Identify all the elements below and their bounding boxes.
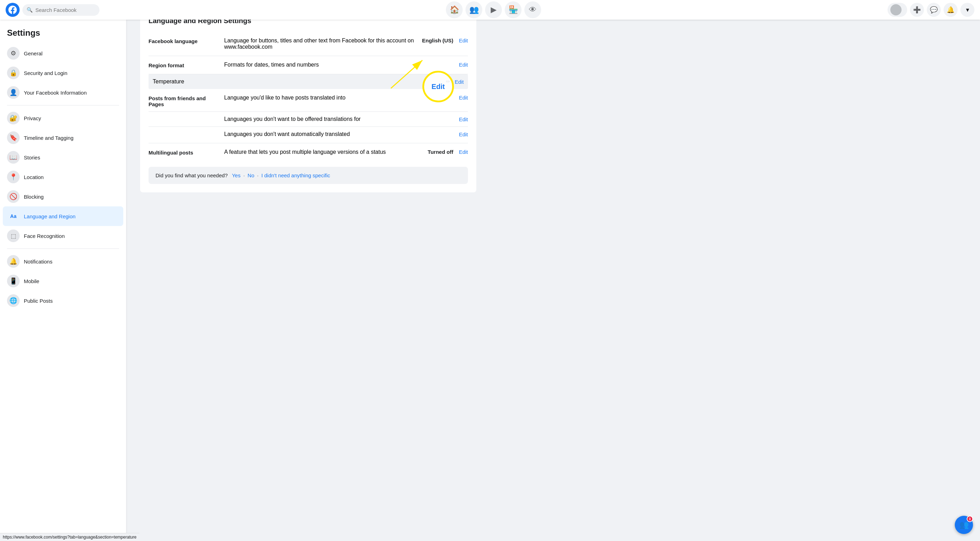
friends-nav-button[interactable]: 👥 xyxy=(466,2,482,18)
region-format-desc: Formats for dates, times and numbers xyxy=(224,62,453,68)
messenger-button[interactable]: 💬 xyxy=(927,3,941,17)
posts-friends-desc: Language you'd like to have posts transl… xyxy=(224,94,453,101)
people-you-may-know-button[interactable]: 👥 0 xyxy=(955,516,973,534)
sidebar-item-timeline[interactable]: 🔖 Timeline and Tagging xyxy=(3,128,123,147)
top-navigation: 🔍 🏠 👥 ▶ 🏪 👁 ➕ 💬 🔔 ▾ xyxy=(0,0,980,20)
sidebar-item-label: Your Facebook Information xyxy=(24,90,87,96)
multilingual-row: Multilingual posts A feature that lets y… xyxy=(148,143,468,161)
posts-section: Posts from friends and Pages Language yo… xyxy=(148,89,468,143)
offered-translations-label xyxy=(148,119,218,120)
feedback-no[interactable]: No xyxy=(248,172,254,178)
sidebar-item-mobile[interactable]: 📱 Mobile xyxy=(3,271,123,291)
sidebar-item-label: Timeline and Tagging xyxy=(24,135,73,141)
home-nav-button[interactable]: 🏠 xyxy=(446,2,463,18)
auto-translate-edit[interactable]: Edit xyxy=(459,131,468,137)
sidebar-item-label: Location xyxy=(24,174,44,180)
sidebar-item-blocking[interactable]: 🚫 Blocking xyxy=(3,187,123,206)
region-format-right: Edit xyxy=(459,62,468,68)
region-format-edit[interactable]: Edit xyxy=(459,62,468,68)
multilingual-edit[interactable]: Edit xyxy=(459,149,468,155)
auto-translate-label xyxy=(148,134,218,134)
temperature-annotation-wrapper: Edit Temperature ✏ Edit xyxy=(148,74,468,89)
facebook-language-label: Facebook language xyxy=(148,37,218,44)
multilingual-value: Turned off xyxy=(428,149,453,155)
language-icon: Aa xyxy=(7,210,20,222)
sidebar-item-general[interactable]: ⚙ General xyxy=(3,43,123,63)
auto-translate-row: Languages you don't want automatically t… xyxy=(148,127,468,137)
region-format-label: Region format xyxy=(148,62,218,68)
face-icon: ⬚ xyxy=(7,230,20,242)
posts-friends-row: Posts from friends and Pages Language yo… xyxy=(148,94,468,112)
sidebar-item-language[interactable]: Aa Language and Region xyxy=(3,206,123,226)
privacy-icon: 🔐 xyxy=(7,112,20,124)
multilingual-right: Turned off Edit xyxy=(428,149,468,155)
facebook-logo[interactable] xyxy=(6,3,20,17)
offered-translations-row: Languages you don't want to be offered t… xyxy=(148,112,468,127)
sidebar-item-label: Mobile xyxy=(24,278,39,284)
watch-nav-button[interactable]: ▶ xyxy=(485,2,502,18)
facebook-language-right: English (US) Edit xyxy=(422,37,468,43)
feedback-text: Did you find what you needed? xyxy=(156,172,228,178)
people-badge: 0 xyxy=(967,516,973,522)
sidebar-item-face[interactable]: ⬚ Face Recognition xyxy=(3,226,123,246)
location-icon: 📍 xyxy=(7,171,20,183)
avatar xyxy=(890,4,902,15)
sidebar-item-label: Public Posts xyxy=(24,298,53,304)
statusbar-url: https://www.facebook.com/settings?tab=la… xyxy=(3,535,137,539)
profile-button[interactable] xyxy=(888,3,907,17)
blocking-icon: 🚫 xyxy=(7,190,20,203)
multilingual-desc: A feature that lets you post multiple la… xyxy=(224,149,422,155)
sidebar-item-facebook-info[interactable]: 👤 Your Facebook Information xyxy=(3,83,123,102)
marketplace-nav-button[interactable]: 🏪 xyxy=(505,2,522,18)
feedback-neither[interactable]: I didn't need anything specific xyxy=(261,172,330,178)
sidebar-item-label: Privacy xyxy=(24,115,41,121)
sidebar-item-label: Face Recognition xyxy=(24,233,65,239)
sidebar-item-label: Blocking xyxy=(24,194,44,200)
settings-panel: Language and Region Settings Facebook la… xyxy=(140,8,476,192)
sidebar-item-stories[interactable]: 📖 Stories xyxy=(3,147,123,167)
search-icon: 🔍 xyxy=(27,7,33,13)
sidebar-item-label: Notifications xyxy=(24,259,52,265)
timeline-icon: 🔖 xyxy=(7,131,20,144)
offered-translations-desc: Languages you don't want to be offered t… xyxy=(224,116,453,122)
main-content: Language and Region Settings Facebook la… xyxy=(126,0,980,201)
sidebar-item-security[interactable]: 🔒 Security and Login xyxy=(3,63,123,83)
notifications-button[interactable]: 🔔 xyxy=(943,3,958,17)
sidebar-item-location[interactable]: 📍 Location xyxy=(3,167,123,187)
facebook-language-row: Facebook language Language for buttons, … xyxy=(148,32,468,56)
mobile-icon: 📱 xyxy=(7,275,20,287)
groups-nav-button[interactable]: 👁 xyxy=(524,2,541,18)
sidebar-item-privacy[interactable]: 🔐 Privacy xyxy=(3,108,123,128)
facebook-info-icon: 👤 xyxy=(7,86,20,99)
stories-icon: 📖 xyxy=(7,151,20,164)
facebook-language-value: English (US) xyxy=(422,37,453,43)
notifications-icon: 🔔 xyxy=(7,255,20,268)
sidebar-item-label: Security and Login xyxy=(24,70,67,76)
feedback-bar: Did you find what you needed? Yes · No ·… xyxy=(148,167,468,184)
sidebar-title: Settings xyxy=(3,25,123,43)
public-posts-icon: 🌐 xyxy=(7,294,20,307)
statusbar: https://www.facebook.com/settings?tab=la… xyxy=(0,533,139,541)
temperature-edit[interactable]: Edit xyxy=(455,79,464,85)
temperature-desc: Temperature xyxy=(153,78,440,85)
multilingual-label: Multilingual posts xyxy=(148,149,218,156)
general-icon: ⚙ xyxy=(7,47,20,59)
security-icon: 🔒 xyxy=(7,67,20,79)
offered-translations-edit[interactable]: Edit xyxy=(459,116,468,122)
facebook-language-edit[interactable]: Edit xyxy=(459,37,468,43)
create-button[interactable]: ➕ xyxy=(910,3,924,17)
temperature-row: Temperature ✏ Edit xyxy=(148,74,468,89)
posts-friends-edit[interactable]: Edit xyxy=(459,94,468,101)
posts-friends-label: Posts from friends and Pages xyxy=(148,94,218,107)
sidebar-divider xyxy=(7,105,119,105)
sidebar-item-label: Stories xyxy=(24,155,40,161)
feedback-sep-2: · xyxy=(257,172,258,178)
sidebar-item-notifications[interactable]: 🔔 Notifications xyxy=(3,252,123,271)
temperature-right: ✏ Edit xyxy=(446,78,464,85)
nav-center: 🏠 👥 ▶ 🏪 👁 xyxy=(102,2,885,18)
sidebar-item-public-posts[interactable]: 🌐 Public Posts xyxy=(3,291,123,310)
menu-button[interactable]: ▾ xyxy=(960,3,974,17)
feedback-yes[interactable]: Yes xyxy=(232,172,240,178)
search-input[interactable] xyxy=(35,7,95,13)
search-bar[interactable]: 🔍 xyxy=(22,4,99,16)
